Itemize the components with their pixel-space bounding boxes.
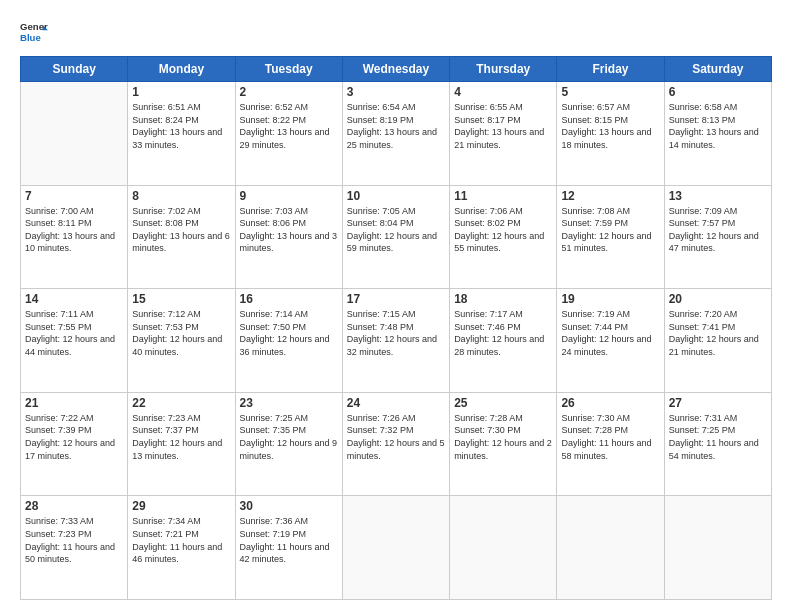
day-number: 2 bbox=[240, 85, 338, 99]
day-number: 29 bbox=[132, 499, 230, 513]
calendar-cell bbox=[342, 496, 449, 600]
cell-info: Sunrise: 7:17 AMSunset: 7:46 PMDaylight:… bbox=[454, 308, 552, 358]
cell-info: Sunrise: 7:26 AMSunset: 7:32 PMDaylight:… bbox=[347, 412, 445, 462]
calendar-cell: 28Sunrise: 7:33 AMSunset: 7:23 PMDayligh… bbox=[21, 496, 128, 600]
calendar-table: SundayMondayTuesdayWednesdayThursdayFrid… bbox=[20, 56, 772, 600]
calendar-cell: 25Sunrise: 7:28 AMSunset: 7:30 PMDayligh… bbox=[450, 392, 557, 496]
cell-info: Sunrise: 6:54 AMSunset: 8:19 PMDaylight:… bbox=[347, 101, 445, 151]
calendar-cell bbox=[557, 496, 664, 600]
cell-info: Sunrise: 7:14 AMSunset: 7:50 PMDaylight:… bbox=[240, 308, 338, 358]
calendar-cell: 8Sunrise: 7:02 AMSunset: 8:08 PMDaylight… bbox=[128, 185, 235, 289]
day-number: 23 bbox=[240, 396, 338, 410]
cell-info: Sunrise: 7:34 AMSunset: 7:21 PMDaylight:… bbox=[132, 515, 230, 565]
logo: General Blue bbox=[20, 18, 48, 46]
calendar-cell: 27Sunrise: 7:31 AMSunset: 7:25 PMDayligh… bbox=[664, 392, 771, 496]
calendar-cell: 11Sunrise: 7:06 AMSunset: 8:02 PMDayligh… bbox=[450, 185, 557, 289]
calendar-cell: 9Sunrise: 7:03 AMSunset: 8:06 PMDaylight… bbox=[235, 185, 342, 289]
day-number: 28 bbox=[25, 499, 123, 513]
logo-icon: General Blue bbox=[20, 18, 48, 46]
calendar-cell: 12Sunrise: 7:08 AMSunset: 7:59 PMDayligh… bbox=[557, 185, 664, 289]
cell-info: Sunrise: 7:09 AMSunset: 7:57 PMDaylight:… bbox=[669, 205, 767, 255]
day-number: 24 bbox=[347, 396, 445, 410]
calendar-cell bbox=[664, 496, 771, 600]
cell-info: Sunrise: 6:51 AMSunset: 8:24 PMDaylight:… bbox=[132, 101, 230, 151]
cell-info: Sunrise: 7:11 AMSunset: 7:55 PMDaylight:… bbox=[25, 308, 123, 358]
day-number: 7 bbox=[25, 189, 123, 203]
calendar-cell: 10Sunrise: 7:05 AMSunset: 8:04 PMDayligh… bbox=[342, 185, 449, 289]
weekday-header: Wednesday bbox=[342, 57, 449, 82]
cell-info: Sunrise: 7:23 AMSunset: 7:37 PMDaylight:… bbox=[132, 412, 230, 462]
cell-info: Sunrise: 7:33 AMSunset: 7:23 PMDaylight:… bbox=[25, 515, 123, 565]
day-number: 20 bbox=[669, 292, 767, 306]
day-number: 12 bbox=[561, 189, 659, 203]
calendar-cell: 22Sunrise: 7:23 AMSunset: 7:37 PMDayligh… bbox=[128, 392, 235, 496]
calendar-header-row: SundayMondayTuesdayWednesdayThursdayFrid… bbox=[21, 57, 772, 82]
cell-info: Sunrise: 7:22 AMSunset: 7:39 PMDaylight:… bbox=[25, 412, 123, 462]
day-number: 17 bbox=[347, 292, 445, 306]
day-number: 10 bbox=[347, 189, 445, 203]
calendar-cell: 26Sunrise: 7:30 AMSunset: 7:28 PMDayligh… bbox=[557, 392, 664, 496]
cell-info: Sunrise: 7:28 AMSunset: 7:30 PMDaylight:… bbox=[454, 412, 552, 462]
day-number: 11 bbox=[454, 189, 552, 203]
page-header: General Blue bbox=[20, 18, 772, 46]
cell-info: Sunrise: 7:25 AMSunset: 7:35 PMDaylight:… bbox=[240, 412, 338, 462]
cell-info: Sunrise: 7:03 AMSunset: 8:06 PMDaylight:… bbox=[240, 205, 338, 255]
calendar-cell: 29Sunrise: 7:34 AMSunset: 7:21 PMDayligh… bbox=[128, 496, 235, 600]
cell-info: Sunrise: 6:52 AMSunset: 8:22 PMDaylight:… bbox=[240, 101, 338, 151]
calendar-cell: 4Sunrise: 6:55 AMSunset: 8:17 PMDaylight… bbox=[450, 82, 557, 186]
calendar-cell: 1Sunrise: 6:51 AMSunset: 8:24 PMDaylight… bbox=[128, 82, 235, 186]
cell-info: Sunrise: 7:00 AMSunset: 8:11 PMDaylight:… bbox=[25, 205, 123, 255]
cell-info: Sunrise: 7:30 AMSunset: 7:28 PMDaylight:… bbox=[561, 412, 659, 462]
calendar-cell: 16Sunrise: 7:14 AMSunset: 7:50 PMDayligh… bbox=[235, 289, 342, 393]
calendar-cell: 24Sunrise: 7:26 AMSunset: 7:32 PMDayligh… bbox=[342, 392, 449, 496]
calendar-cell: 5Sunrise: 6:57 AMSunset: 8:15 PMDaylight… bbox=[557, 82, 664, 186]
cell-info: Sunrise: 6:57 AMSunset: 8:15 PMDaylight:… bbox=[561, 101, 659, 151]
cell-info: Sunrise: 7:12 AMSunset: 7:53 PMDaylight:… bbox=[132, 308, 230, 358]
day-number: 5 bbox=[561, 85, 659, 99]
day-number: 14 bbox=[25, 292, 123, 306]
calendar-cell: 14Sunrise: 7:11 AMSunset: 7:55 PMDayligh… bbox=[21, 289, 128, 393]
day-number: 16 bbox=[240, 292, 338, 306]
cell-info: Sunrise: 6:58 AMSunset: 8:13 PMDaylight:… bbox=[669, 101, 767, 151]
day-number: 1 bbox=[132, 85, 230, 99]
day-number: 6 bbox=[669, 85, 767, 99]
day-number: 19 bbox=[561, 292, 659, 306]
day-number: 13 bbox=[669, 189, 767, 203]
cell-info: Sunrise: 7:36 AMSunset: 7:19 PMDaylight:… bbox=[240, 515, 338, 565]
day-number: 30 bbox=[240, 499, 338, 513]
day-number: 3 bbox=[347, 85, 445, 99]
day-number: 22 bbox=[132, 396, 230, 410]
weekday-header: Saturday bbox=[664, 57, 771, 82]
calendar-cell: 13Sunrise: 7:09 AMSunset: 7:57 PMDayligh… bbox=[664, 185, 771, 289]
day-number: 8 bbox=[132, 189, 230, 203]
calendar-cell: 19Sunrise: 7:19 AMSunset: 7:44 PMDayligh… bbox=[557, 289, 664, 393]
calendar-cell: 17Sunrise: 7:15 AMSunset: 7:48 PMDayligh… bbox=[342, 289, 449, 393]
calendar-cell: 6Sunrise: 6:58 AMSunset: 8:13 PMDaylight… bbox=[664, 82, 771, 186]
cell-info: Sunrise: 6:55 AMSunset: 8:17 PMDaylight:… bbox=[454, 101, 552, 151]
cell-info: Sunrise: 7:05 AMSunset: 8:04 PMDaylight:… bbox=[347, 205, 445, 255]
calendar-cell: 23Sunrise: 7:25 AMSunset: 7:35 PMDayligh… bbox=[235, 392, 342, 496]
calendar-cell: 3Sunrise: 6:54 AMSunset: 8:19 PMDaylight… bbox=[342, 82, 449, 186]
calendar-week-row: 28Sunrise: 7:33 AMSunset: 7:23 PMDayligh… bbox=[21, 496, 772, 600]
cell-info: Sunrise: 7:15 AMSunset: 7:48 PMDaylight:… bbox=[347, 308, 445, 358]
calendar-week-row: 21Sunrise: 7:22 AMSunset: 7:39 PMDayligh… bbox=[21, 392, 772, 496]
calendar-week-row: 1Sunrise: 6:51 AMSunset: 8:24 PMDaylight… bbox=[21, 82, 772, 186]
cell-info: Sunrise: 7:06 AMSunset: 8:02 PMDaylight:… bbox=[454, 205, 552, 255]
calendar-cell bbox=[21, 82, 128, 186]
calendar-cell: 2Sunrise: 6:52 AMSunset: 8:22 PMDaylight… bbox=[235, 82, 342, 186]
weekday-header: Thursday bbox=[450, 57, 557, 82]
day-number: 9 bbox=[240, 189, 338, 203]
calendar-cell: 18Sunrise: 7:17 AMSunset: 7:46 PMDayligh… bbox=[450, 289, 557, 393]
cell-info: Sunrise: 7:20 AMSunset: 7:41 PMDaylight:… bbox=[669, 308, 767, 358]
svg-text:Blue: Blue bbox=[20, 32, 41, 43]
calendar-week-row: 7Sunrise: 7:00 AMSunset: 8:11 PMDaylight… bbox=[21, 185, 772, 289]
weekday-header: Tuesday bbox=[235, 57, 342, 82]
cell-info: Sunrise: 7:19 AMSunset: 7:44 PMDaylight:… bbox=[561, 308, 659, 358]
day-number: 15 bbox=[132, 292, 230, 306]
calendar-week-row: 14Sunrise: 7:11 AMSunset: 7:55 PMDayligh… bbox=[21, 289, 772, 393]
day-number: 26 bbox=[561, 396, 659, 410]
cell-info: Sunrise: 7:02 AMSunset: 8:08 PMDaylight:… bbox=[132, 205, 230, 255]
calendar-cell: 20Sunrise: 7:20 AMSunset: 7:41 PMDayligh… bbox=[664, 289, 771, 393]
weekday-header: Monday bbox=[128, 57, 235, 82]
day-number: 27 bbox=[669, 396, 767, 410]
